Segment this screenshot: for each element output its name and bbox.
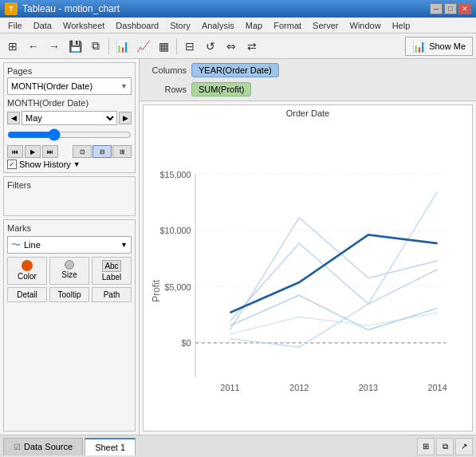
- menu-format[interactable]: Format: [269, 19, 306, 32]
- menu-story[interactable]: Story: [165, 19, 195, 32]
- back-button[interactable]: ←: [24, 37, 43, 56]
- marks-color-button[interactable]: Color: [7, 257, 47, 285]
- display-btn-1[interactable]: ⊡: [73, 145, 92, 158]
- month-select[interactable]: May Jan Feb Mar Apr Jun: [22, 111, 117, 125]
- playback-controls: ⏮ ▶ ⏭ ⊡ ⊟ ⊞: [7, 145, 132, 158]
- close-button[interactable]: ✕: [458, 3, 471, 14]
- play-button[interactable]: ▶: [25, 145, 41, 158]
- show-history-label: Show History: [19, 160, 71, 169]
- step-back-button[interactable]: ⏮: [7, 145, 23, 158]
- step-fwd-button[interactable]: ⏭: [42, 145, 58, 158]
- x-label-2012: 2012: [289, 383, 309, 392]
- rows-pill-value: SUM(Profit): [199, 85, 244, 94]
- main-layout: Pages MONTH(Order Date) ▼ MONTH(Order Da…: [0, 59, 476, 435]
- marks-row2: Detail Tooltip Path: [7, 287, 132, 302]
- marks-size-button[interactable]: Size: [49, 257, 89, 285]
- columns-shelf: Columns YEAR(Order Date): [143, 61, 473, 80]
- show-me-label: Show Me: [429, 41, 466, 51]
- marks-tooltip-button[interactable]: Tooltip: [49, 287, 89, 302]
- history-line-3: [230, 191, 437, 347]
- label-label: Label: [102, 273, 121, 282]
- menu-server[interactable]: Server: [308, 19, 343, 32]
- marks-type-value: Line: [24, 240, 41, 250]
- marks-label: Marks: [7, 223, 132, 233]
- show-me-button[interactable]: 📊 Show Me: [405, 37, 473, 56]
- maximize-button[interactable]: □: [444, 3, 457, 14]
- rows-label: Rows: [143, 85, 187, 94]
- rows-shelf: Rows SUM(Profit): [143, 80, 473, 99]
- show-history-dropdown-arrow: ▼: [73, 160, 81, 168]
- y-label-5000: $5,000: [165, 282, 191, 292]
- menu-map[interactable]: Map: [241, 19, 267, 32]
- marks-type-dropdown[interactable]: 〜 Line ▼: [7, 236, 132, 254]
- menu-worksheet[interactable]: Worksheet: [58, 19, 109, 32]
- menu-dashboard[interactable]: Dashboard: [111, 19, 163, 32]
- x-label-2011: 2011: [220, 383, 239, 392]
- sheet1-tab[interactable]: Sheet 1: [85, 438, 136, 455]
- marks-grid: Color Size Abc Label: [7, 257, 132, 285]
- expand-button[interactable]: ⇔: [222, 37, 241, 56]
- new-button[interactable]: ⊞: [3, 37, 22, 56]
- menu-data[interactable]: Data: [29, 19, 57, 32]
- x-label-2014: 2014: [428, 383, 447, 392]
- month-slider[interactable]: [7, 128, 132, 141]
- history-line-1: [230, 243, 437, 321]
- marks-path-button[interactable]: Path: [92, 287, 132, 302]
- columns-pill[interactable]: YEAR(Order Date): [191, 63, 279, 77]
- left-panel: Pages MONTH(Order Date) ▼ MONTH(Order Da…: [0, 59, 140, 435]
- chart-svg: Profit $15,000 $10,000 $5,000 $0 2011 20…: [144, 120, 472, 445]
- title-controls: ─ □ ✕: [430, 3, 471, 14]
- show-history-checkbox[interactable]: [7, 160, 17, 169]
- filters-section: Filters: [3, 176, 136, 216]
- line-type-icon: 〜: [11, 238, 21, 252]
- window-title: Tableau - motion_chart: [22, 3, 120, 14]
- x-label-2013: 2013: [359, 383, 378, 392]
- history-line-4: [230, 295, 437, 329]
- month-label: MONTH(Order Date): [7, 98, 132, 108]
- pages-dropdown-arrow: ▼: [120, 82, 128, 90]
- columns-pill-value: YEAR(Order Date): [199, 65, 272, 75]
- chart-area: Order Date Profit $15,000 $10,000 $5,000…: [143, 104, 473, 431]
- menu-bar: File Data Worksheet Dashboard Story Anal…: [0, 18, 476, 33]
- month-next-button[interactable]: ▶: [119, 112, 132, 124]
- month-prev-button[interactable]: ◀: [7, 112, 20, 124]
- pages-dropdown[interactable]: MONTH(Order Date) ▼: [7, 77, 132, 95]
- y-label-10000: $10,000: [159, 226, 191, 235]
- datasource-label: Data Source: [24, 442, 73, 451]
- right-content: Columns YEAR(Order Date) Rows SUM(Profit…: [140, 59, 476, 435]
- slider-container: [7, 127, 132, 144]
- path-label: Path: [104, 290, 120, 299]
- minimize-button[interactable]: ─: [430, 3, 443, 14]
- menu-file[interactable]: File: [3, 19, 27, 32]
- display-btn-3[interactable]: ⊞: [112, 145, 132, 158]
- show-history-row: Show History ▼: [7, 160, 132, 169]
- chart-type-2[interactable]: 📈: [133, 37, 152, 56]
- display-btn-2[interactable]: ⊟: [92, 145, 112, 158]
- marks-detail-button[interactable]: Detail: [7, 287, 47, 302]
- collapse-button[interactable]: ⇄: [242, 37, 262, 56]
- filters-label: Filters: [7, 180, 132, 190]
- pages-section: Pages MONTH(Order Date) ▼ MONTH(Order Da…: [3, 62, 136, 173]
- chart-type-3[interactable]: ▦: [154, 37, 173, 56]
- menu-help[interactable]: Help: [387, 19, 415, 32]
- menu-analysis[interactable]: Analysis: [197, 19, 239, 32]
- datasource-icon: ☑: [14, 443, 21, 451]
- forward-button[interactable]: →: [45, 37, 64, 56]
- chart-type-1[interactable]: 📊: [112, 37, 132, 56]
- toolbar-sep-1: [108, 38, 109, 54]
- month-control: ◀ May Jan Feb Mar Apr Jun ▶: [7, 111, 132, 125]
- toolbar: ⊞ ← → 💾 ⧉ 📊 📈 ▦ ⊟ ↺ ⇔ ⇄ 📊 Show Me: [0, 33, 476, 59]
- rows-pill[interactable]: SUM(Profit): [191, 82, 251, 97]
- marks-label-button[interactable]: Abc Label: [92, 257, 132, 285]
- datasource-tab[interactable]: ☑ Data Source: [3, 438, 83, 455]
- save-button[interactable]: 💾: [65, 37, 85, 56]
- color-icon: [22, 260, 33, 271]
- refresh-button[interactable]: ↺: [201, 37, 220, 56]
- size-label: Size: [61, 270, 77, 279]
- menu-window[interactable]: Window: [345, 19, 386, 32]
- filter-button[interactable]: ⊟: [180, 37, 199, 56]
- y-axis-label: Profit: [151, 279, 162, 301]
- duplicate-button[interactable]: ⧉: [86, 37, 105, 56]
- history-line-5: [230, 313, 437, 334]
- columns-label: Columns: [143, 65, 187, 75]
